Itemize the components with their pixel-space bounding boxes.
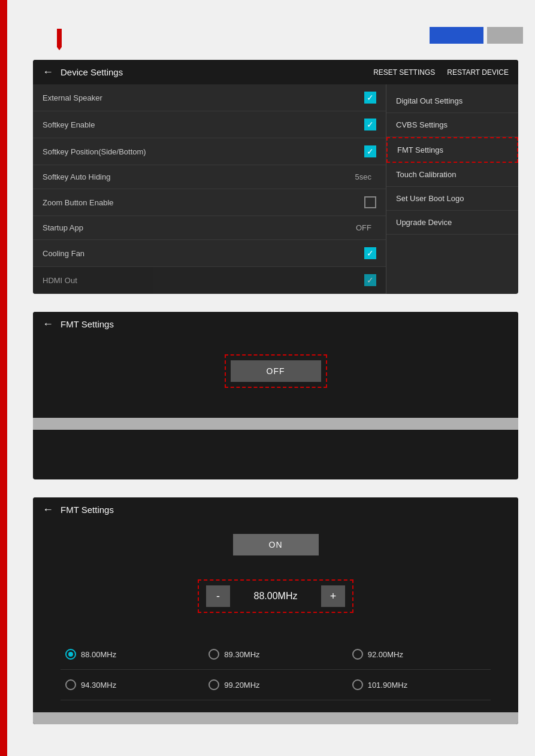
freq-control-row: - 88.00MHz + <box>51 579 500 627</box>
radio-10190-label: 101.90MHz <box>368 681 407 690</box>
fmt-off-back-arrow[interactable]: ← <box>43 318 53 330</box>
radio-item-9430[interactable]: 94.30MHz <box>61 670 204 700</box>
fmt-on-header: ← FMT Settings <box>33 497 518 522</box>
hdmi-out-label: HDMI Out <box>43 276 364 285</box>
device-settings-actions: RESET SETTINGS RESTART DEVICE <box>373 68 509 77</box>
fmt-off-title: FMT Settings <box>61 319 509 329</box>
freq-minus-button[interactable]: - <box>206 585 230 607</box>
radio-9430-circle <box>65 679 76 690</box>
setting-row-external-speaker: External Speaker ✓ <box>33 84 386 111</box>
external-speaker-label: External Speaker <box>43 93 364 102</box>
fmt-on-btn-row: ON <box>51 534 500 567</box>
main-content: ← Device Settings RESET SETTINGS RESTART… <box>33 60 518 742</box>
radio-10190-circle <box>352 679 363 690</box>
device-settings-panel: ← Device Settings RESET SETTINGS RESTART… <box>33 60 518 294</box>
top-bar-gray-button[interactable] <box>487 27 523 44</box>
cooling-fan-checkbox[interactable]: ✓ <box>364 247 376 259</box>
fmt-off-bottom-bar <box>33 418 518 430</box>
freq-display: 88.00MHz <box>240 591 312 602</box>
setting-row-softkey-position: Softkey Position(Side/Bottom) ✓ <box>33 138 386 165</box>
device-settings-left-col: External Speaker ✓ Softkey Enable ✓ Soft… <box>33 84 386 294</box>
setting-row-startup-app: Startup App OFF <box>33 216 386 240</box>
softkey-enable-label: Softkey Enable <box>43 120 364 129</box>
setting-row-zoom-button-enable: Zoom Button Enable <box>33 189 386 216</box>
radio-8930-label: 89.30MHz <box>224 650 259 659</box>
fmt-off-btn-container: OFF <box>225 354 327 388</box>
radio-92-label: 92.00MHz <box>368 650 403 659</box>
setting-row-softkey-auto-hiding: Softkey Auto Hiding 5sec <box>33 165 386 189</box>
restart-device-button[interactable]: RESTART DEVICE <box>447 68 509 77</box>
radio-9430-label: 94.30MHz <box>81 681 116 690</box>
device-settings-title: Device Settings <box>61 67 373 77</box>
setting-row-hdmi-out: HDMI Out ✓ <box>33 267 386 294</box>
reset-settings-button[interactable]: RESET SETTINGS <box>373 68 435 77</box>
cooling-fan-label: Cooling Fan <box>43 249 364 258</box>
bookmark-icon <box>57 29 62 50</box>
left-sidebar <box>0 0 24 756</box>
radio-9920-circle <box>208 679 219 690</box>
softkey-auto-hiding-label: Softkey Auto Hiding <box>43 172 355 181</box>
right-menu-touch-calibration[interactable]: Touch Calibration <box>386 163 518 187</box>
radio-item-10190[interactable]: 101.90MHz <box>347 670 491 700</box>
fmt-off-content: OFF <box>33 336 518 418</box>
radio-item-92[interactable]: 92.00MHz <box>347 639 491 670</box>
fmt-off-header: ← FMT Settings <box>33 312 518 336</box>
fmt-on-back-arrow[interactable]: ← <box>43 503 53 516</box>
softkey-position-label: Softkey Position(Side/Bottom) <box>43 147 364 156</box>
zoom-button-enable-label: Zoom Button Enable <box>43 198 364 207</box>
right-menu-cvbs[interactable]: CVBS Settings <box>386 113 518 137</box>
fmt-on-button[interactable]: ON <box>233 534 319 555</box>
right-menu-user-boot-logo[interactable]: Set User Boot Logo <box>386 187 518 211</box>
fmt-off-button[interactable]: OFF <box>231 360 321 382</box>
softkey-auto-hiding-value: 5sec <box>355 172 371 181</box>
radio-92-circle <box>352 649 363 660</box>
right-menu-upgrade-device[interactable]: Upgrade Device <box>386 211 518 235</box>
device-settings-body: External Speaker ✓ Softkey Enable ✓ Soft… <box>33 84 518 294</box>
radio-9920-label: 99.20MHz <box>224 681 259 690</box>
fmt-on-title: FMT Settings <box>61 505 509 515</box>
radio-88-label: 88.00MHz <box>81 650 116 659</box>
freq-control: - 88.00MHz + <box>198 579 353 613</box>
fmt-on-content: ON - 88.00MHz + 88.00MHz 89.30MH <box>33 522 518 712</box>
device-settings-right-col: Digital Out Settings CVBS Settings FMT S… <box>386 84 518 294</box>
radio-item-9920[interactable]: 99.20MHz <box>204 670 347 700</box>
softkey-position-checkbox[interactable]: ✓ <box>364 145 376 157</box>
radio-88-circle <box>65 649 76 660</box>
fmt-on-panel: ← FMT Settings ON - 88.00MHz + 88 <box>33 497 518 724</box>
right-menu-digital-out[interactable]: Digital Out Settings <box>386 89 518 113</box>
hdmi-out-checkbox[interactable]: ✓ <box>364 274 376 286</box>
startup-app-value: OFF <box>356 223 371 232</box>
top-bar <box>430 27 523 44</box>
device-settings-back-arrow[interactable]: ← <box>43 66 53 78</box>
freq-plus-button[interactable]: + <box>321 585 345 607</box>
freq-radio-grid: 88.00MHz 89.30MHz 92.00MHz 94.30MHz <box>51 639 500 700</box>
setting-row-softkey-enable: Softkey Enable ✓ <box>33 111 386 138</box>
fmt-on-bottom-bar <box>33 712 518 724</box>
setting-row-cooling-fan: Cooling Fan ✓ <box>33 240 386 267</box>
top-bar-blue-button[interactable] <box>430 27 483 44</box>
device-settings-header: ← Device Settings RESET SETTINGS RESTART… <box>33 60 518 84</box>
radio-item-88[interactable]: 88.00MHz <box>61 639 204 670</box>
radio-item-8930[interactable]: 89.30MHz <box>204 639 347 670</box>
red-accent-bar <box>0 0 7 756</box>
external-speaker-checkbox[interactable]: ✓ <box>364 92 376 104</box>
zoom-button-enable-checkbox[interactable] <box>364 196 376 208</box>
fmt-off-panel: ← FMT Settings OFF <box>33 312 518 479</box>
radio-8930-circle <box>208 649 219 660</box>
startup-app-label: Startup App <box>43 223 356 232</box>
softkey-enable-checkbox[interactable]: ✓ <box>364 119 376 130</box>
right-menu-fmt[interactable]: FMT Settings <box>386 137 518 163</box>
